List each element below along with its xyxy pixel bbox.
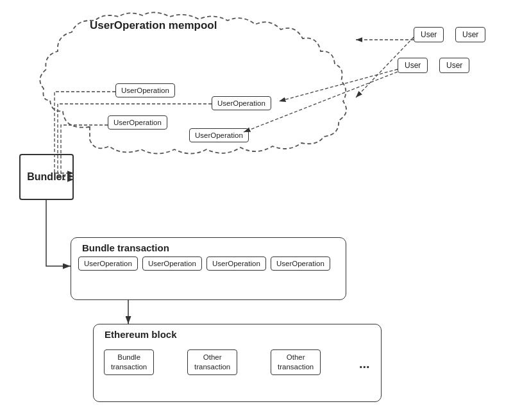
uo-box-1: UserOperation [115, 83, 175, 97]
eth-block-item-1: Bundletransaction [104, 349, 154, 375]
diagram: UserOperation mempool UserOperation User… [0, 0, 513, 420]
user-box-2: User [455, 27, 485, 42]
bundle-uo-4: UserOperation [271, 256, 330, 271]
user-box-4: User [439, 58, 469, 73]
ethereum-block-label: Ethereum block [105, 329, 177, 340]
uo-box-4: UserOperation [189, 128, 249, 142]
user-box-1: User [414, 27, 444, 42]
bundle-uo-2: UserOperation [142, 256, 202, 271]
eth-block-item-2: Othertransaction [187, 349, 237, 375]
cloud-label: UserOperation mempool [90, 19, 217, 32]
bundle-uo-1: UserOperation [78, 256, 138, 271]
user-box-3: User [398, 58, 428, 73]
uo-box-2: UserOperation [212, 96, 271, 110]
uo-box-3: UserOperation [108, 115, 167, 130]
eth-block-ellipsis: ... [359, 357, 370, 371]
bundle-transaction-label: Bundle transaction [82, 242, 169, 253]
eth-block-item-3: Othertransaction [271, 349, 321, 375]
bundler-box: Bundler [19, 154, 74, 200]
bundle-uo-3: UserOperation [206, 256, 266, 271]
